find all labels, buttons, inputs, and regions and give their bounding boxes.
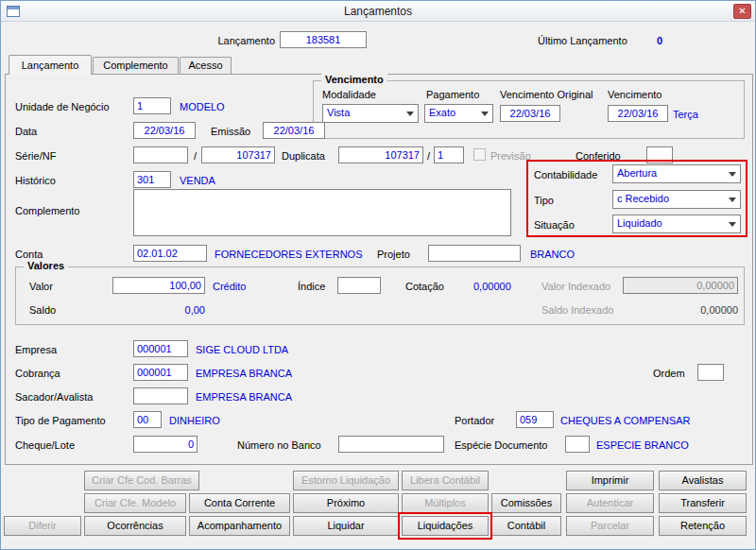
contabil-button[interactable]: Contábil <box>491 516 561 536</box>
contabilidade-label: Contabilidade <box>534 166 597 183</box>
diferir-button: Diferir <box>4 516 81 536</box>
proximo-button[interactable]: Próximo <box>293 493 399 513</box>
title-bar: Lançamentos ✕ <box>1 1 755 22</box>
estorno-liquidacao-button: Estorno Liquidação <box>293 471 399 490</box>
projeto-desc: BRANCO <box>530 246 575 263</box>
tab-complemento[interactable]: Complemento <box>93 57 179 74</box>
duplicata-label: Duplicata <box>282 147 325 164</box>
sacador-avalista-label: Sacador/Avalista <box>15 388 93 405</box>
historico-label: Histórico <box>15 172 56 189</box>
cotacao-label: Cotação <box>405 278 444 295</box>
pagamento-select[interactable]: Exato <box>424 104 493 123</box>
nf-number-input[interactable] <box>201 146 275 163</box>
tipo-pagamento-desc: DINHEIRO <box>169 412 220 429</box>
numero-banco-label: Número no Banco <box>237 437 321 454</box>
especie-documento-label: Espécie Documento <box>455 437 547 454</box>
duplicata-parcel-input[interactable] <box>434 146 464 163</box>
chevron-down-icon <box>725 216 739 232</box>
data-input[interactable] <box>133 122 196 139</box>
ordem-input[interactable] <box>697 364 724 381</box>
acompanhamento-button[interactable]: Acompanhamento <box>189 516 290 536</box>
ultimo-lancamento-label: Último Lançamento <box>538 32 627 49</box>
cheque-lote-label: Cheque/Lote <box>15 437 75 454</box>
numero-banco-input[interactable] <box>338 436 444 453</box>
situacao-select[interactable]: Liquidado <box>612 215 741 233</box>
lancamento-number-input[interactable] <box>280 31 367 48</box>
sacador-avalista-input[interactable] <box>133 387 188 404</box>
avalistas-button[interactable]: Avalistas <box>659 471 747 490</box>
cobranca-input[interactable] <box>133 364 188 381</box>
close-button[interactable]: ✕ <box>733 4 751 19</box>
situacao-value: Liquidado <box>617 217 662 229</box>
lancamento-header-label: Lançamento <box>171 32 275 49</box>
conferido-label: Conferido <box>576 147 621 164</box>
valor-input[interactable] <box>112 277 205 294</box>
complemento-label: Complemento <box>15 202 79 219</box>
previsao-checkbox <box>473 148 486 161</box>
retencao-button[interactable]: Retenção <box>659 516 747 536</box>
tipo-pagamento-input[interactable] <box>133 411 162 428</box>
ultimo-lancamento-value: 0 <box>645 32 674 49</box>
situacao-label: Situação <box>534 216 575 233</box>
modalidade-value: Vista <box>327 107 350 118</box>
chevron-down-icon <box>725 166 739 181</box>
chevron-down-icon <box>477 106 491 121</box>
contabilidade-value: Abertura <box>617 167 657 179</box>
liquidacoes-button[interactable]: Liquidações <box>402 516 489 536</box>
conta-desc: FORNECEDORES EXTERNOS <box>215 246 362 263</box>
autenticar-button: Autenticar <box>566 493 654 513</box>
vencimento-group-title: Vencimento <box>321 74 387 85</box>
libera-contabil-button: Libera Contábil <box>402 471 489 490</box>
vencimento-label: Vencimento <box>608 86 662 103</box>
conta-input[interactable] <box>133 245 207 262</box>
ocorrencias-button[interactable]: Ocorrências <box>84 516 186 536</box>
especie-documento-input[interactable] <box>565 436 590 453</box>
liquidar-button[interactable]: Liquidar <box>293 516 399 536</box>
imprimir-button[interactable]: Imprimir <box>566 471 654 490</box>
criar-cfe-modelo-button: Criar Cfe. Modelo <box>84 493 186 513</box>
valores-group-title: Valores <box>24 260 68 271</box>
projeto-input[interactable] <box>428 245 521 262</box>
serie-nf-separator: / <box>194 147 197 164</box>
lancamentos-window: Lançamentos ✕ Lançamento Último Lançamen… <box>0 0 756 550</box>
indice-input[interactable] <box>337 277 381 294</box>
data-label: Data <box>15 123 37 140</box>
transferir-button[interactable]: Transferir <box>659 493 747 513</box>
vencimento-original-input[interactable] <box>500 105 560 122</box>
complemento-textarea[interactable] <box>133 189 511 236</box>
projeto-label: Projeto <box>377 246 410 263</box>
serie-nf-input[interactable] <box>133 146 188 163</box>
contabilidade-select[interactable]: Abertura <box>612 164 741 183</box>
historico-input[interactable] <box>133 171 171 188</box>
valor-indexado-label: Valor Indexado <box>541 278 610 295</box>
valor-desc: Crédito <box>213 278 246 295</box>
saldo-indexado-label: Saldo Indexado <box>541 301 613 318</box>
modalidade-select[interactable]: Vista <box>322 104 419 123</box>
conferido-input[interactable] <box>646 146 673 163</box>
vencimento-weekday: Terça <box>673 106 698 123</box>
empresa-input[interactable] <box>133 340 188 357</box>
emissao-input[interactable] <box>263 122 325 139</box>
sacador-avalista-desc: EMPRESA BRANCA <box>196 388 292 405</box>
portador-input[interactable] <box>516 411 554 428</box>
conta-corrente-button[interactable]: Conta Corrente <box>189 493 290 513</box>
unidade-negocio-label: Unidade de Negócio <box>15 98 110 115</box>
ordem-label: Ordem <box>653 365 685 382</box>
cheque-lote-input[interactable] <box>133 436 198 453</box>
tab-acesso[interactable]: Acesso <box>180 57 232 74</box>
multiplos-button: Múltiplos <box>402 493 489 513</box>
tab-lancamento[interactable]: Lançamento <box>9 55 92 75</box>
unidade-negocio-input[interactable] <box>133 97 171 114</box>
modalidade-label: Modalidade <box>322 86 376 103</box>
indice-label: Índice <box>298 278 325 295</box>
empresa-desc: SIGE CLOUD LTDA <box>196 341 288 358</box>
valores-groupbox: Valores <box>15 266 745 325</box>
duplicata-input[interactable] <box>338 146 423 163</box>
vencimento-input[interactable] <box>608 105 668 122</box>
cobranca-desc: EMPRESA BRANCA <box>196 365 292 382</box>
comissoes-button[interactable]: Comissões <box>491 493 561 513</box>
chevron-down-icon <box>403 106 417 121</box>
tipo-select[interactable]: c Recebido <box>612 190 741 209</box>
cobranca-label: Cobrança <box>15 365 60 382</box>
previsao-label: Previsão <box>490 147 531 164</box>
